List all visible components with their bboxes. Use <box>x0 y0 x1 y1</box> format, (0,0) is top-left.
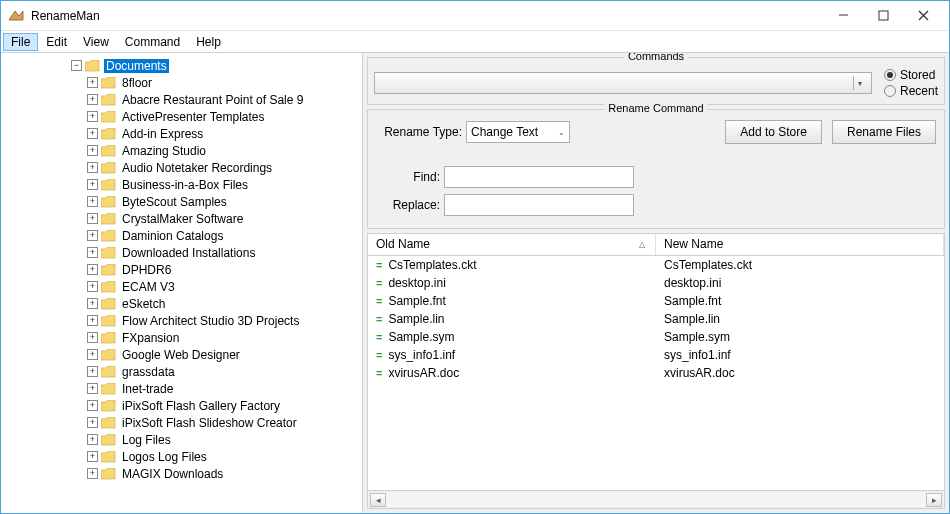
tree-toggle[interactable]: + <box>87 77 98 88</box>
tree-item[interactable]: +Google Web Designer <box>5 346 362 363</box>
tree-item[interactable]: +eSketch <box>5 295 362 312</box>
tree-label: 8floor <box>120 76 154 90</box>
tree-toggle[interactable]: + <box>87 196 98 207</box>
tree-toggle[interactable]: + <box>87 281 98 292</box>
minimize-button[interactable] <box>823 2 863 30</box>
equal-icon: = <box>376 367 382 379</box>
tree-label: ActivePresenter Templates <box>120 110 267 124</box>
tree-toggle[interactable]: + <box>87 230 98 241</box>
table-row[interactable]: =Sample.symSample.sym <box>368 328 944 346</box>
tree-item[interactable]: +Amazing Studio <box>5 142 362 159</box>
tree-toggle[interactable]: + <box>87 213 98 224</box>
table-row[interactable]: =Sample.linSample.lin <box>368 310 944 328</box>
column-old-name[interactable]: Old Name△ <box>368 234 656 255</box>
tree-item[interactable]: +Flow Architect Studio 3D Projects <box>5 312 362 329</box>
radio-recent[interactable]: Recent <box>884 84 938 98</box>
find-input[interactable] <box>444 166 634 188</box>
content-area: −Documents+8floor+Abacre Restaurant Poin… <box>1 53 949 513</box>
tree-item[interactable]: +iPixSoft Flash Gallery Factory <box>5 397 362 414</box>
table-row[interactable]: =desktop.inidesktop.ini <box>368 274 944 292</box>
table-row[interactable]: =Sample.fntSample.fnt <box>368 292 944 310</box>
tree-toggle[interactable]: + <box>87 111 98 122</box>
tree-item[interactable]: +Audio Notetaker Recordings <box>5 159 362 176</box>
tree-item[interactable]: +MAGIX Downloads <box>5 465 362 482</box>
tree-item-documents[interactable]: −Documents <box>5 57 362 74</box>
tree-item[interactable]: +Business-in-a-Box Files <box>5 176 362 193</box>
tree-item[interactable]: +Abacre Restaurant Point of Sale 9 <box>5 91 362 108</box>
rename-type-select[interactable]: Change Text ⌄ <box>466 121 570 143</box>
replace-input[interactable] <box>444 194 634 216</box>
tree-item[interactable]: +8floor <box>5 74 362 91</box>
tree-toggle[interactable]: + <box>87 315 98 326</box>
tree-toggle[interactable]: + <box>87 145 98 156</box>
tree-toggle[interactable]: + <box>87 417 98 428</box>
tree-toggle[interactable]: + <box>87 298 98 309</box>
old-name-cell: sys_info1.inf <box>388 348 455 362</box>
tree-item[interactable]: +Downloaded Installations <box>5 244 362 261</box>
tree-label: ECAM V3 <box>120 280 177 294</box>
horizontal-scrollbar[interactable]: ◂ ▸ <box>368 490 944 508</box>
commands-group: Commands ▾ Stored Recent <box>367 57 945 105</box>
tree-toggle[interactable]: + <box>87 264 98 275</box>
tree-label: Google Web Designer <box>120 348 242 362</box>
add-to-store-button[interactable]: Add to Store <box>725 120 822 144</box>
new-name-cell: Sample.lin <box>664 312 720 326</box>
tree-item[interactable]: +FXpansion <box>5 329 362 346</box>
window-controls <box>823 2 943 30</box>
scroll-right-icon[interactable]: ▸ <box>926 493 942 507</box>
tree-toggle[interactable]: + <box>87 434 98 445</box>
tree-item[interactable]: +Daminion Catalogs <box>5 227 362 244</box>
menu-edit[interactable]: Edit <box>38 33 75 51</box>
tree-toggle[interactable]: + <box>87 247 98 258</box>
tree-toggle[interactable]: + <box>87 383 98 394</box>
rename-type-value: Change Text <box>471 125 538 139</box>
tree-toggle[interactable]: + <box>87 349 98 360</box>
close-button[interactable] <box>903 2 943 30</box>
menu-file[interactable]: File <box>3 33 38 51</box>
table-body: =CsTemplates.cktCsTemplates.ckt=desktop.… <box>368 256 944 490</box>
menu-command[interactable]: Command <box>117 33 188 51</box>
equal-icon: = <box>376 259 382 271</box>
table-row[interactable]: =xvirusAR.docxvirusAR.doc <box>368 364 944 382</box>
tree-toggle[interactable]: + <box>87 400 98 411</box>
tree-toggle[interactable]: + <box>87 451 98 462</box>
rename-files-button[interactable]: Rename Files <box>832 120 936 144</box>
sort-indicator-icon: △ <box>639 240 645 249</box>
tree-toggle[interactable]: + <box>87 179 98 190</box>
tree-item[interactable]: +Logos Log Files <box>5 448 362 465</box>
tree-item[interactable]: +Inet-trade <box>5 380 362 397</box>
tree-item[interactable]: +iPixSoft Flash Slideshow Creator <box>5 414 362 431</box>
tree-item[interactable]: +ECAM V3 <box>5 278 362 295</box>
tree-toggle[interactable]: + <box>87 94 98 105</box>
tree-toggle[interactable]: + <box>87 162 98 173</box>
menu-help[interactable]: Help <box>188 33 229 51</box>
scroll-track[interactable] <box>386 493 926 507</box>
tree-toggle[interactable]: + <box>87 128 98 139</box>
menu-view[interactable]: View <box>75 33 117 51</box>
tree-item[interactable]: +Add-in Express <box>5 125 362 142</box>
tree-item[interactable]: +ByteScout Samples <box>5 193 362 210</box>
folder-tree[interactable]: −Documents+8floor+Abacre Restaurant Poin… <box>1 53 363 513</box>
column-new-name[interactable]: New Name <box>656 234 944 255</box>
scroll-left-icon[interactable]: ◂ <box>370 493 386 507</box>
tree-toggle[interactable]: + <box>87 366 98 377</box>
table-row[interactable]: =CsTemplates.cktCsTemplates.ckt <box>368 256 944 274</box>
new-name-cell: CsTemplates.ckt <box>664 258 752 272</box>
commands-dropdown[interactable]: ▾ <box>374 72 872 94</box>
tree-item[interactable]: +DPHDR6 <box>5 261 362 278</box>
new-name-cell: desktop.ini <box>664 276 721 290</box>
tree-item[interactable]: +grassdata <box>5 363 362 380</box>
maximize-button[interactable] <box>863 2 903 30</box>
radio-stored[interactable]: Stored <box>884 68 938 82</box>
tree-label: Flow Architect Studio 3D Projects <box>120 314 301 328</box>
table-row[interactable]: =sys_info1.infsys_info1.inf <box>368 346 944 364</box>
tree-item[interactable]: +CrystalMaker Software <box>5 210 362 227</box>
tree-toggle[interactable]: + <box>87 468 98 479</box>
tree-item[interactable]: +ActivePresenter Templates <box>5 108 362 125</box>
tree-item[interactable]: +Log Files <box>5 431 362 448</box>
tree-toggle[interactable]: + <box>87 332 98 343</box>
radio-icon <box>884 69 896 81</box>
tree-toggle[interactable]: − <box>71 60 82 71</box>
chevron-down-icon: ⌄ <box>558 128 565 137</box>
replace-label: Replace: <box>376 198 440 212</box>
